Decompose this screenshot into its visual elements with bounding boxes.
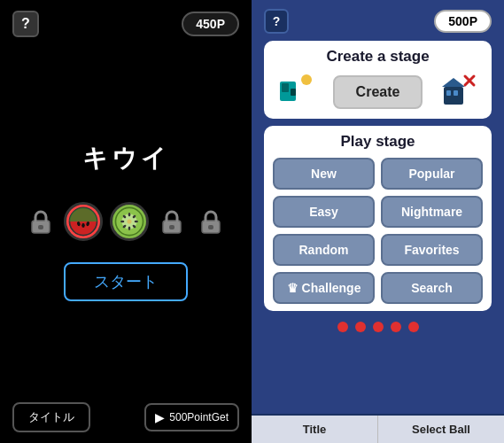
bottom-tabs: Title Select Ball	[252, 414, 504, 443]
right-panel: ? 500P Create a stage Create	[252, 0, 504, 443]
svg-point-15	[128, 227, 131, 230]
title-button[interactable]: タイトル	[12, 402, 90, 432]
easy-button[interactable]: Easy	[273, 196, 375, 228]
score-badge-left: 450P	[182, 12, 239, 36]
svg-point-26	[301, 74, 312, 85]
challenge-button[interactable]: ♛ Challenge	[273, 272, 375, 304]
play-stage-title: Play stage	[273, 133, 483, 151]
play-stage-grid: New Popular Easy Nightmare Random Favori…	[273, 158, 483, 304]
left-panel: ? 450P キウイ	[0, 0, 252, 443]
new-button[interactable]: New	[273, 158, 375, 190]
fruit-row	[25, 202, 227, 241]
search-button[interactable]: Search	[381, 272, 483, 304]
svg-rect-24	[282, 83, 289, 92]
lock-icon-1	[25, 206, 57, 237]
svg-point-17	[120, 221, 124, 223]
dot-3[interactable]	[373, 322, 384, 332]
watermelon-svg	[66, 202, 100, 241]
points-label: 500PointGet	[169, 411, 229, 424]
create-button[interactable]: Create	[333, 75, 423, 109]
popular-button[interactable]: Popular	[381, 158, 483, 190]
svg-point-11	[128, 213, 131, 216]
help-button-right[interactable]: ?	[264, 9, 289, 34]
favorites-button[interactable]: Favorites	[381, 234, 483, 266]
start-button[interactable]: スタート	[64, 262, 188, 301]
video-icon: ▶	[155, 410, 165, 424]
dot-2[interactable]	[355, 322, 366, 332]
dot-4[interactable]	[391, 322, 401, 332]
svg-point-13	[135, 221, 138, 223]
fruit-title: キウイ	[82, 142, 170, 175]
svg-rect-25	[291, 89, 296, 96]
svg-rect-27	[444, 87, 463, 105]
watermelon-fruit[interactable]	[64, 202, 103, 241]
create-stage-title: Create a stage	[273, 48, 483, 66]
help-button-left[interactable]: ?	[12, 11, 39, 37]
tab-select-ball[interactable]: Select Ball	[378, 416, 504, 443]
dot-5[interactable]	[408, 322, 419, 332]
lock-icon-2	[156, 206, 188, 237]
stage-icon-left	[278, 73, 317, 112]
score-badge-right: 500P	[434, 10, 492, 33]
crown-icon: ♛	[287, 281, 299, 295]
left-top-bar: ? 450P	[0, 11, 252, 37]
play-stage-card: Play stage New Popular Easy Nightmare Ra…	[264, 126, 492, 311]
points-button[interactable]: ▶ 500PointGet	[144, 403, 239, 431]
kiwi-fruit[interactable]	[110, 202, 149, 241]
kiwi-svg	[112, 202, 146, 241]
svg-rect-20	[169, 225, 174, 229]
lock-icon-3	[195, 206, 227, 237]
lock-svg-2	[157, 206, 187, 237]
svg-point-10	[127, 219, 131, 223]
dots-row	[337, 322, 419, 332]
random-button[interactable]: Random	[273, 234, 375, 266]
tab-title[interactable]: Title	[252, 416, 378, 443]
lock-svg-1	[26, 206, 56, 237]
svg-rect-30	[454, 90, 458, 96]
dot-1[interactable]	[337, 322, 348, 332]
create-stage-card: Create a stage Create	[264, 41, 492, 119]
svg-rect-22	[208, 225, 213, 229]
create-row: Create	[273, 73, 483, 112]
right-top-bar: ? 500P	[264, 9, 492, 34]
scene-left-svg	[278, 73, 317, 112]
stage-icon-right	[438, 73, 477, 112]
nightmare-button[interactable]: Nightmare	[381, 196, 483, 228]
challenge-label: Challenge	[302, 281, 361, 295]
lock-svg-3	[196, 206, 226, 237]
svg-marker-28	[442, 78, 465, 87]
left-bottom-bar: タイトル ▶ 500PointGet	[0, 402, 252, 432]
svg-rect-29	[446, 90, 451, 96]
svg-point-5	[81, 223, 84, 228]
svg-rect-1	[38, 225, 43, 229]
scene-right-svg	[438, 73, 477, 112]
